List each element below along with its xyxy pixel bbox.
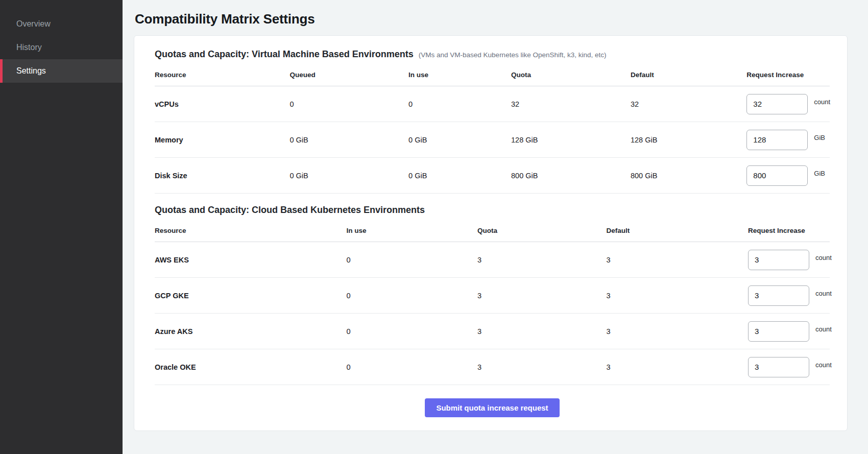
in-use-value: 0	[346, 363, 477, 371]
table-row-azure-aks: Azure AKS 0 3 3 count	[155, 314, 830, 349]
sidebar-item-overview[interactable]: Overview	[0, 12, 123, 36]
in-use-value: 0 GiB	[408, 136, 511, 144]
request-increase-cell: count	[748, 250, 832, 270]
quota-value: 3	[477, 292, 607, 300]
resource-name: Memory	[155, 136, 290, 144]
quota-value: 128 GiB	[511, 136, 631, 144]
sidebar-item-history[interactable]: History	[0, 36, 123, 59]
quota-value: 3	[477, 327, 607, 336]
in-use-value: 0	[346, 292, 477, 300]
unit-label: count	[815, 361, 832, 369]
column-header-in-use: In use	[346, 223, 477, 242]
quota-value: 32	[511, 100, 631, 108]
table-row-vcpus: vCPUs 0 0 32 32 count	[155, 86, 830, 122]
request-increase-input-gcp-gke[interactable]	[748, 285, 809, 306]
sidebar-item-label: Overview	[16, 19, 51, 29]
default-value: 800 GiB	[631, 172, 746, 180]
request-increase-input-vcpus[interactable]	[746, 94, 808, 114]
request-increase-input-oracle-oke[interactable]	[748, 357, 809, 377]
resource-name: Azure AKS	[155, 327, 346, 336]
request-increase-input-disk-size[interactable]	[746, 165, 808, 186]
main-content: Compatibility Matrix Settings Quotas and…	[123, 0, 868, 454]
request-increase-cell: GiB	[746, 130, 830, 150]
request-increase-cell: GiB	[746, 165, 830, 186]
column-header-in-use: In use	[408, 67, 511, 86]
in-use-value: 0	[408, 100, 511, 108]
unit-label: GiB	[814, 134, 825, 141]
default-value: 32	[631, 100, 746, 108]
vm-section-subtitle: (VMs and VM-based Kubernetes like OpenSh…	[419, 51, 607, 59]
request-increase-cell: count	[748, 357, 832, 377]
sidebar-item-label: History	[16, 43, 42, 52]
default-value: 3	[606, 292, 748, 300]
quota-value: 3	[477, 256, 607, 264]
vm-table-header: Resource Queued In use Quota Default Req…	[155, 67, 830, 86]
table-row-disk-size: Disk Size 0 GiB 0 GiB 800 GiB 800 GiB Gi…	[155, 158, 830, 194]
cloud-quota-table: Resource In use Quota Default Request In…	[155, 223, 830, 385]
request-increase-cell: count	[746, 94, 830, 114]
in-use-value: 0	[346, 256, 477, 264]
cloud-section-title: Quotas and Capacity: Cloud Based Kuberne…	[155, 205, 425, 216]
cloud-table-header: Resource In use Quota Default Request In…	[155, 223, 830, 242]
unit-label: count	[814, 98, 830, 106]
request-increase-cell: count	[748, 285, 832, 306]
resource-name: vCPUs	[155, 100, 290, 108]
cloud-quotas-section: Quotas and Capacity: Cloud Based Kuberne…	[155, 205, 830, 385]
sidebar: Overview History Settings	[0, 0, 123, 454]
column-header-quota: Quota	[477, 223, 607, 242]
quota-value: 800 GiB	[511, 172, 631, 180]
queued-value: 0	[290, 100, 408, 108]
column-header-queued: Queued	[290, 67, 408, 86]
resource-name: Disk Size	[155, 172, 290, 180]
in-use-value: 0 GiB	[408, 172, 511, 180]
settings-card: Quotas and Capacity: Virtual Machine Bas…	[134, 35, 848, 431]
sidebar-item-settings[interactable]: Settings	[0, 59, 123, 83]
default-value: 3	[606, 327, 748, 336]
table-row-oracle-oke: Oracle OKE 0 3 3 count	[155, 349, 830, 385]
default-value: 3	[606, 256, 748, 264]
in-use-value: 0	[346, 327, 477, 336]
unit-label: count	[815, 325, 832, 333]
vm-quota-table: Resource Queued In use Quota Default Req…	[155, 67, 830, 194]
resource-name: AWS EKS	[155, 256, 346, 264]
request-increase-input-azure-aks[interactable]	[748, 321, 809, 342]
queued-value: 0 GiB	[290, 136, 408, 144]
column-header-resource: Resource	[155, 67, 290, 86]
column-header-resource: Resource	[155, 223, 346, 242]
table-row-aws-eks: AWS EKS 0 3 3 count	[155, 242, 830, 278]
submit-quota-increase-button[interactable]: Submit quota increase request	[425, 398, 559, 417]
table-row-memory: Memory 0 GiB 0 GiB 128 GiB 128 GiB GiB	[155, 122, 830, 158]
request-increase-cell: count	[748, 321, 832, 342]
column-header-request-increase: Request Increase	[746, 67, 830, 86]
unit-label: count	[815, 290, 832, 297]
quota-value: 3	[477, 363, 607, 371]
request-increase-input-memory[interactable]	[746, 130, 808, 150]
default-value: 128 GiB	[631, 136, 746, 144]
vm-quotas-section: Quotas and Capacity: Virtual Machine Bas…	[155, 49, 830, 194]
unit-label: GiB	[814, 170, 825, 177]
vm-section-title: Quotas and Capacity: Virtual Machine Bas…	[155, 49, 414, 60]
resource-name: GCP GKE	[155, 292, 346, 300]
column-header-default: Default	[606, 223, 748, 242]
page-title: Compatibility Matrix Settings	[135, 11, 848, 27]
queued-value: 0 GiB	[290, 172, 408, 180]
table-row-gcp-gke: GCP GKE 0 3 3 count	[155, 278, 830, 314]
default-value: 3	[606, 363, 748, 371]
resource-name: Oracle OKE	[155, 363, 346, 371]
unit-label: count	[815, 254, 832, 261]
sidebar-item-label: Settings	[16, 66, 46, 76]
column-header-default: Default	[631, 67, 746, 86]
submit-row: Submit quota increase request	[155, 398, 830, 417]
column-header-request-increase: Request Increase	[748, 223, 830, 242]
request-increase-input-aws-eks[interactable]	[748, 250, 809, 270]
column-header-quota: Quota	[511, 67, 631, 86]
